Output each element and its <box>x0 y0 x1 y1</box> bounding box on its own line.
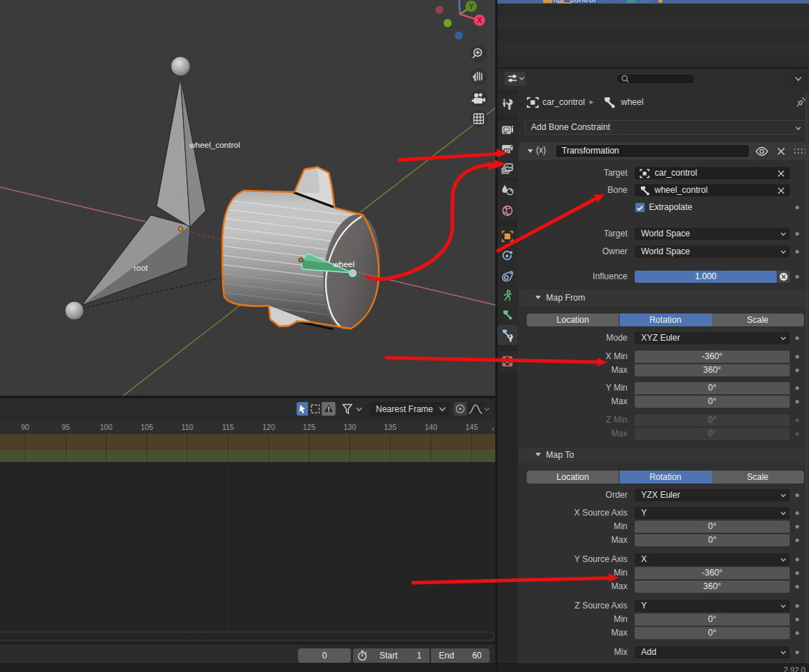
svg-text:wheel: wheel <box>332 260 354 269</box>
svg-text:Y: Y <box>469 3 474 11</box>
svg-text:root: root <box>134 264 149 272</box>
svg-text:X: X <box>477 16 482 24</box>
svg-text:wheel_control: wheel_control <box>189 141 240 149</box>
